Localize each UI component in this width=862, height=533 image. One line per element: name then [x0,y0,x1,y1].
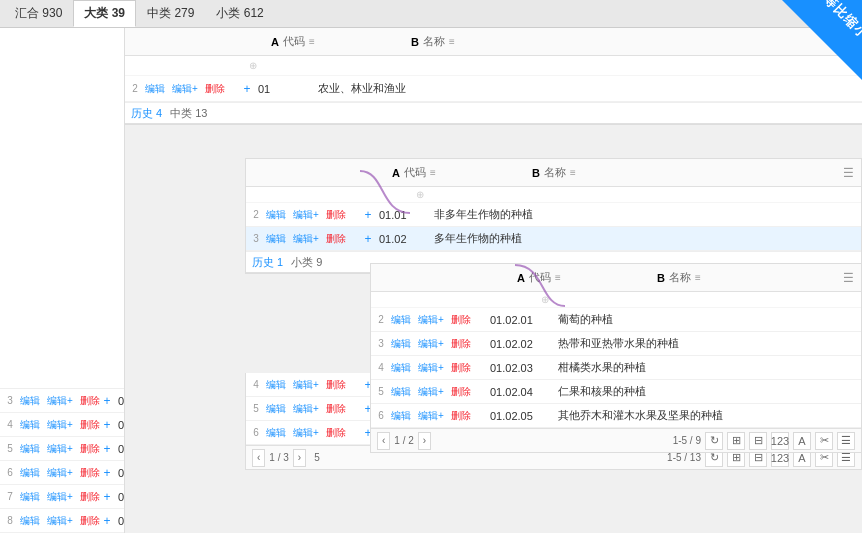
empty-row-2: ⊕ [246,187,861,203]
tab-xiaolei[interactable]: 小类 612 [205,0,274,27]
level2-panel: A 代码 ≡ B 名称 ≡ ☰ ⊕ 2 编辑 编辑+ 删除 + [245,158,862,274]
level3-col-a-label: 代码 [529,270,551,285]
level3-table-header: A 代码 ≡ B 名称 ≡ ☰ [371,264,861,292]
main-content: 3 编辑 编辑+ 删除 + 02 采矿业和采石业 4 编辑 编辑+ 删除 + 0… [0,28,862,533]
panels-area: A 代码 ≡ B 名称 ≡ ☰ ⊕ 2 编辑 编辑+ [125,28,862,533]
expand-btn[interactable]: ⊞ [727,432,745,450]
tab-bar: 汇合 930 大类 39 中类 279 小类 612 等比缩小 [0,0,862,28]
tab-zhonglei[interactable]: 中类 279 [136,0,205,27]
level2-col-a-label: 代码 [404,165,426,180]
filter-icon[interactable]: ≡ [309,36,315,47]
next-btn[interactable]: › [418,432,431,450]
collapse-btn[interactable]: ⊟ [749,432,767,450]
level2-next-btn[interactable]: › [293,449,306,467]
col-b-header: B 名称 ≡ [405,34,844,49]
list-item: 6 编辑 编辑+ 删除 + 05 皮革及皮革制品 [0,461,124,485]
level3-row-4: 5 编辑 编辑+ 删除 01.02.04 仁果和核果的种植 [371,380,861,404]
level2-row-1: 2 编辑 编辑+ 删除 + 01.01 非多年生作物的种植 [246,203,861,227]
level3-pagination: ‹ 1 / 2 › 1-5 / 9 ↻ ⊞ ⊟ 123 A ✂ ☰ [371,428,861,452]
level2-filter-b[interactable]: ≡ [570,167,576,178]
level2-col-b-label: 名称 [544,165,566,180]
refresh-btn[interactable]: ↻ [705,432,723,450]
empty-row: ⊕ [125,56,862,76]
level2-menu-icon[interactable]: ☰ [843,166,861,180]
filter-icon-b[interactable]: ≡ [449,36,455,47]
level3-row-2: 3 编辑 编辑+ 删除 01.02.02 热带和亚热带水果的种植 [371,332,861,356]
level1-row-1: 2 编辑 编辑+ 删除 + 01 农业、林业和渔业 [125,76,862,102]
grid-btn[interactable]: ☰ [837,432,855,450]
level1-panel: A 代码 ≡ B 名称 ≡ ☰ ⊕ 2 编辑 编辑+ [125,28,862,125]
num-btn[interactable]: 123 [771,432,789,450]
level3-col-b-label: 名称 [669,270,691,285]
level3-row-5: 6 编辑 编辑+ 删除 01.02.05 其他乔木和灌木水果及坚果的种植 [371,404,861,428]
level3-filter-a[interactable]: ≡ [555,272,561,283]
level1-sub-header: 历史 4 中类 13 [125,102,862,124]
cut-btn[interactable]: ✂ [815,432,833,450]
left-sidebar-rows: 3 编辑 编辑+ 删除 + 02 采矿业和采石业 4 编辑 编辑+ 删除 + 0… [0,389,124,533]
list-item: 5 编辑 编辑+ 删除 + 04 纺织品及纺织制品 [0,437,124,461]
level2-filter-a[interactable]: ≡ [430,167,436,178]
level1-col-a-label: 代码 [283,34,305,49]
level3-filter-b[interactable]: ≡ [695,272,701,283]
col-a-header: A 代码 ≡ [265,34,405,49]
list-item: 7 编辑 编辑+ 删除 + 06 木材及木制品 [0,485,124,509]
level1-table-header: A 代码 ≡ B 名称 ≡ ☰ [125,28,862,56]
level3-row-3: 4 编辑 编辑+ 删除 01.02.03 柑橘类水果的种植 [371,356,861,380]
level3-panel: A 代码 ≡ B 名称 ≡ ☰ ⊕ 2 编辑 编辑+ 删除 01.02 [370,263,862,453]
level2-table-header: A 代码 ≡ B 名称 ≡ ☰ [246,159,861,187]
level1-col-b-label: 名称 [423,34,445,49]
tab-huihe[interactable]: 汇合 930 [4,0,73,27]
level2-prev-btn[interactable]: ‹ [252,449,265,467]
empty-row-3: ⊕ [371,292,861,308]
list-item: 4 编辑 编辑+ 删除 + 03 食品、饮料和烟草 [0,413,124,437]
left-sidebar: 3 编辑 编辑+ 删除 + 02 采矿业和采石业 4 编辑 编辑+ 删除 + 0… [0,28,125,533]
level3-row-1: 2 编辑 编辑+ 删除 01.02.01 葡萄的种植 [371,308,861,332]
level3-menu-icon[interactable]: ☰ [843,271,861,285]
alpha-btn[interactable]: A [793,432,811,450]
list-item: 8 编辑 编辑+ 删除 + 07 纸张、纸及纸制品 [0,509,124,533]
list-item: 3 编辑 编辑+ 删除 + 02 采矿业和采石业 [0,389,124,413]
prev-btn[interactable]: ‹ [377,432,390,450]
level2-row-2: 3 编辑 编辑+ 删除 + 01.02 多年生作物的种植 [246,227,861,251]
tab-dalei[interactable]: 大类 39 [73,0,136,27]
corner-banner: 等比缩小 [782,0,862,80]
